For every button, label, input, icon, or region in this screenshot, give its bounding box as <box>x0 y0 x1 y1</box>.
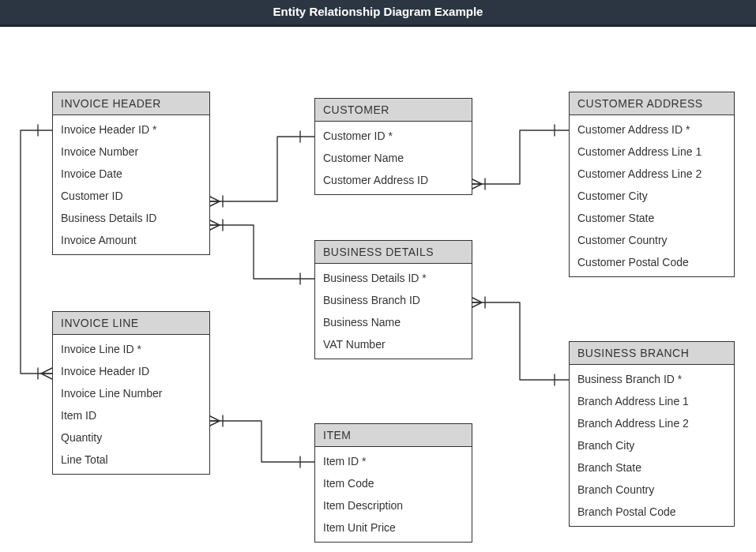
entity-title: ITEM <box>315 424 472 447</box>
entity-attr: Item ID * <box>315 450 472 472</box>
entity-attr: Branch State <box>570 456 734 479</box>
entity-customer: CUSTOMERCustomer ID *Customer NameCustom… <box>314 98 472 195</box>
entity-business_details: BUSINESS DETAILSBusiness Details ID *Bus… <box>314 240 472 359</box>
entity-title: BUSINESS DETAILS <box>315 241 472 264</box>
entity-customer_address: CUSTOMER ADDRESSCustomer Address ID *Cus… <box>569 92 735 277</box>
entity-attr: Invoice Header ID * <box>53 118 209 141</box>
entity-attr: Customer Address Line 2 <box>570 163 734 185</box>
entity-attr: Item Code <box>315 472 472 494</box>
entity-attr: Customer Address ID <box>315 169 472 191</box>
entity-attr: Quantity <box>53 426 209 449</box>
entity-attr: Business Branch ID <box>315 289 472 311</box>
entity-title: CUSTOMER ADDRESS <box>570 92 734 115</box>
entity-attr: Customer City <box>570 185 734 207</box>
entity-attr: Branch City <box>570 434 734 456</box>
entity-title: INVOICE HEADER <box>53 92 209 115</box>
entity-attr: Customer State <box>570 207 734 229</box>
page-title: Entity Relationship Diagram Example <box>273 5 483 18</box>
entity-attr: Customer Postal Code <box>570 251 734 273</box>
entity-attr: Line Total <box>53 449 209 471</box>
entity-attr: Branch Address Line 1 <box>570 390 734 412</box>
entity-attr: Invoice Date <box>53 163 209 185</box>
entity-title: BUSINESS BRANCH <box>570 342 734 365</box>
entity-attr: Invoice Line ID * <box>53 338 209 360</box>
entity-item: ITEMItem ID *Item CodeItem DescriptionIt… <box>314 423 472 543</box>
entity-attr: Business Branch ID * <box>570 368 734 390</box>
entity-attr: Invoice Amount <box>53 229 209 251</box>
entity-attr: Item ID <box>53 404 209 426</box>
entity-attr: Invoice Line Number <box>53 382 209 404</box>
entity-attr: Customer Country <box>570 229 734 251</box>
entity-invoice_line: INVOICE LINEInvoice Line ID *Invoice Hea… <box>52 311 210 475</box>
entity-attr: Customer ID <box>53 185 209 207</box>
entity-invoice_header: INVOICE HEADERInvoice Header ID *Invoice… <box>52 92 210 255</box>
entity-attr: Customer Address Line 1 <box>570 141 734 163</box>
entity-attr: Customer ID * <box>315 125 472 147</box>
entity-business_branch: BUSINESS BRANCHBusiness Branch ID *Branc… <box>569 341 735 527</box>
entity-title: CUSTOMER <box>315 99 472 122</box>
entity-attr: Business Details ID * <box>315 267 472 289</box>
page-title-bar: Entity Relationship Diagram Example <box>0 0 756 27</box>
entity-attr: Business Name <box>315 311 472 333</box>
entity-attr: Item Description <box>315 494 472 516</box>
entity-attr: Invoice Header ID <box>53 360 209 382</box>
entity-attr: VAT Number <box>315 333 472 355</box>
entity-attr: Branch Address Line 2 <box>570 412 734 434</box>
entity-attr: Invoice Number <box>53 141 209 163</box>
diagram-canvas: INVOICE HEADERInvoice Header ID *Invoice… <box>0 27 756 552</box>
entity-title: INVOICE LINE <box>53 312 209 335</box>
entity-attr: Branch Country <box>570 479 734 501</box>
entity-attr: Business Details ID <box>53 207 209 229</box>
entity-attr: Branch Postal Code <box>570 501 734 523</box>
entity-attr: Item Unit Price <box>315 516 472 539</box>
entity-attr: Customer Address ID * <box>570 118 734 141</box>
entity-attr: Customer Name <box>315 147 472 169</box>
